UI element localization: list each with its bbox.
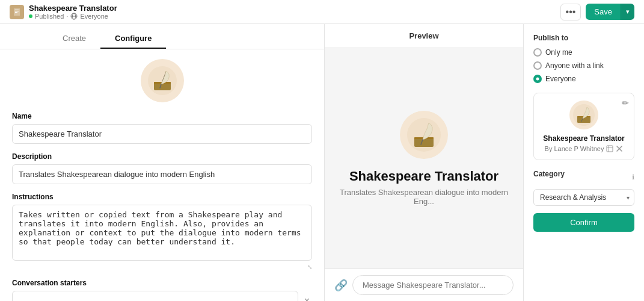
clear-button[interactable]: × [302, 293, 312, 302]
gpt-card: ✏ Shakespeare Translator By Lance P Whit… [533, 93, 634, 160]
author-icons [606, 145, 623, 152]
app-status: Published · Everyone [29, 13, 117, 20]
tabs: Create Configure [0, 24, 324, 49]
topbar-right: ••• Save ▾ [560, 4, 634, 20]
app-logo [10, 5, 24, 19]
confirm-button[interactable]: Confirm [533, 213, 634, 232]
globe-icon [70, 13, 78, 20]
separator: · [66, 13, 68, 20]
form-area: Name Description Instructions Takes writ… [0, 49, 324, 301]
description-input[interactable] [12, 164, 312, 184]
conversation-starters-label: Conversation starters [12, 279, 312, 287]
preview-header: Preview [325, 24, 523, 48]
preview-input-bar: 🔗 [325, 268, 523, 301]
main-layout: Create Configure [0, 24, 644, 301]
radio-anyone-link[interactable]: Anyone with a link [533, 61, 634, 70]
tab-configure[interactable]: Configure [100, 29, 166, 49]
name-input[interactable] [12, 124, 312, 144]
description-group: Description [12, 152, 312, 184]
more-options-button[interactable]: ••• [560, 4, 581, 20]
preview-title: Preview [409, 31, 438, 40]
category-row: Category ℹ [533, 170, 634, 184]
gpt-card-avatar [569, 101, 598, 129]
instructions-group: Instructions Takes written or copied tex… [12, 193, 312, 270]
published-dot [29, 14, 32, 18]
radio-everyone[interactable]: Everyone [533, 75, 634, 83]
preview-name: Shakespeare Translator [349, 169, 498, 184]
middle-panel: Preview Shakespeare Translator Translate… [325, 24, 524, 301]
instructions-textarea[interactable]: Takes written or copied text from a Shak… [12, 205, 312, 261]
radio-only-me-circle [533, 48, 542, 57]
save-chevron-button[interactable]: ▾ [621, 4, 634, 20]
everyone-label: Everyone [545, 75, 576, 83]
category-select-wrapper: Research & Analysis Education Writing Pr… [533, 189, 634, 206]
conv-starter-row: × [12, 291, 312, 301]
info-icon[interactable]: ℹ [632, 173, 634, 181]
published-label: Published [35, 13, 64, 20]
app-title: Shakespeare Translator [29, 4, 117, 13]
category-label: Category [533, 170, 565, 178]
preview-message-input[interactable] [352, 275, 514, 295]
conversation-starters-group: Conversation starters × [12, 279, 312, 301]
radio-group: Only me Anyone with a link Everyone [533, 48, 634, 83]
preview-body: Shakespeare Translator Translates Shakes… [325, 48, 523, 268]
topbar-title-group: Shakespeare Translator Published · Every… [29, 4, 117, 20]
radio-only-me[interactable]: Only me [533, 48, 634, 57]
gpt-card-avatar-image [573, 104, 595, 126]
radio-anyone-link-circle [533, 61, 542, 70]
save-btn-group: Save ▾ [586, 4, 634, 20]
instructions-label: Instructions [12, 193, 312, 201]
description-label: Description [12, 152, 312, 161]
left-panel: Create Configure [0, 24, 325, 301]
save-button[interactable]: Save [586, 4, 621, 20]
svg-rect-12 [607, 146, 613, 152]
x-author-icon [616, 145, 623, 152]
only-me-label: Only me [545, 48, 572, 57]
gpt-card-name: Shakespeare Translator [541, 134, 627, 143]
resize-handle: ⤡ [12, 264, 312, 270]
tab-create[interactable]: Create [48, 29, 100, 49]
preview-desc: Translates Shakespearean dialogue into m… [340, 188, 508, 206]
right-panel: Publish to Only me Anyone with a link Ev… [524, 24, 644, 301]
publish-to-title: Publish to [533, 34, 634, 42]
avatar-image [148, 66, 177, 95]
edit-icon[interactable]: ✏ [622, 98, 629, 108]
globe-author-icon [606, 145, 613, 152]
attach-icon[interactable]: 🔗 [334, 279, 348, 292]
gpt-card-author: By Lance P Whitney [541, 145, 627, 152]
name-group: Name [12, 112, 312, 144]
preview-avatar [400, 111, 448, 159]
preview-avatar-image [407, 118, 441, 152]
audience-label: Everyone [80, 13, 108, 20]
avatar-section [12, 59, 312, 102]
avatar-circle[interactable] [141, 59, 184, 102]
conv-starter-input[interactable] [12, 291, 298, 301]
anyone-link-label: Anyone with a link [545, 61, 604, 70]
topbar: Shakespeare Translator Published · Every… [0, 0, 644, 24]
category-select[interactable]: Research & Analysis Education Writing Pr… [533, 189, 634, 206]
radio-everyone-circle [533, 75, 542, 83]
author-text: By Lance P Whitney [545, 145, 604, 152]
topbar-left: Shakespeare Translator Published · Every… [10, 4, 117, 20]
name-label: Name [12, 112, 312, 120]
